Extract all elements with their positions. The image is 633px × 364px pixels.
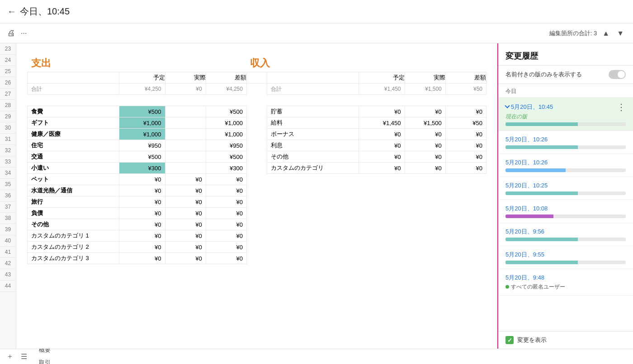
expense-diff[interactable]: ¥0	[206, 174, 246, 185]
income-planned[interactable]: ¥0	[359, 129, 405, 140]
expense-planned[interactable]: ¥0	[119, 174, 165, 185]
history-item[interactable]: 5月20日、10:45 ⋮ 現在の版	[498, 97, 633, 131]
income-actual[interactable]: ¥0	[405, 151, 445, 163]
expense-actual[interactable]: ¥0	[165, 185, 206, 196]
expense-label[interactable]: カスタムのカテゴリ 2	[28, 242, 119, 253]
expense-diff[interactable]: ¥0	[206, 208, 246, 219]
income-diff[interactable]: ¥50	[445, 117, 486, 129]
income-label[interactable]: 貯蓄	[267, 106, 359, 117]
expense-planned[interactable]: ¥1,000	[119, 117, 165, 129]
up-arrow-button[interactable]: ▲	[600, 28, 611, 38]
expense-label[interactable]: 食費	[28, 106, 119, 117]
income-planned[interactable]: ¥0	[359, 163, 405, 174]
income-planned[interactable]: ¥0	[359, 151, 405, 163]
chevron-down-icon	[505, 103, 510, 108]
expense-actual[interactable]: ¥0	[165, 219, 206, 230]
expense-actual[interactable]: ¥0	[165, 208, 206, 219]
expense-planned[interactable]: ¥0	[119, 242, 165, 253]
income-planned[interactable]: ¥0	[359, 140, 405, 151]
expense-label[interactable]: ペット	[28, 174, 119, 185]
expense-label[interactable]: 負債	[28, 208, 119, 219]
income-label[interactable]: その他	[267, 151, 359, 163]
income-diff[interactable]: ¥0	[445, 140, 486, 151]
expense-planned[interactable]: ¥1,000	[119, 129, 165, 140]
expense-actual[interactable]: ¥0	[165, 196, 206, 208]
expense-planned[interactable]: ¥0	[119, 208, 165, 219]
expense-diff[interactable]: ¥0	[206, 253, 246, 264]
income-planned[interactable]: ¥1,450	[359, 117, 405, 129]
expense-planned[interactable]: ¥950	[119, 140, 165, 151]
expense-diff[interactable]: ¥1,000	[206, 129, 246, 140]
history-item[interactable]: 5月20日、10:26	[498, 154, 633, 177]
expense-planned[interactable]: ¥0	[119, 253, 165, 264]
expense-planned[interactable]: ¥500	[119, 151, 165, 163]
expense-actual[interactable]	[165, 106, 206, 117]
income-diff[interactable]: ¥0	[445, 106, 486, 117]
income-actual[interactable]: ¥0	[405, 129, 445, 140]
expense-diff[interactable]: ¥0	[206, 242, 246, 253]
more-options-icon[interactable]: ···	[21, 29, 27, 37]
add-sheet-icon[interactable]: ＋	[4, 351, 16, 362]
income-actual[interactable]: ¥0	[405, 163, 445, 174]
back-button[interactable]: ←	[7, 6, 16, 17]
history-item[interactable]: 5月20日、10:25	[498, 177, 633, 200]
expense-label[interactable]: その他	[28, 219, 119, 230]
income-diff[interactable]: ¥0	[445, 129, 486, 140]
expense-diff[interactable]: ¥300	[206, 163, 246, 174]
expense-diff[interactable]: ¥1,000	[206, 117, 246, 129]
named-versions-toggle[interactable]	[609, 70, 626, 79]
expense-planned[interactable]: ¥0	[119, 185, 165, 196]
expense-label[interactable]: ギフト	[28, 117, 119, 129]
history-item[interactable]: 5月20日、9:56	[498, 223, 633, 246]
expense-planned[interactable]: ¥0	[119, 230, 165, 242]
expense-actual[interactable]	[165, 129, 206, 140]
income-actual[interactable]: ¥1,500	[405, 117, 445, 129]
expense-diff[interactable]: ¥0	[206, 230, 246, 242]
expense-planned[interactable]: ¥0	[119, 219, 165, 230]
income-label[interactable]: 利息	[267, 140, 359, 151]
expense-actual[interactable]: ¥0	[165, 242, 206, 253]
expense-label[interactable]: カスタムのカテゴリ 3	[28, 253, 119, 264]
expense-planned[interactable]: ¥300	[119, 163, 165, 174]
income-label[interactable]: 給料	[267, 117, 359, 129]
bottom-tab[interactable]: 取引	[32, 357, 58, 364]
expense-diff[interactable]: ¥500	[206, 151, 246, 163]
expense-actual[interactable]	[165, 151, 206, 163]
expense-actual[interactable]: ¥0	[165, 174, 206, 185]
expense-label[interactable]: 住宅	[28, 140, 119, 151]
expense-label[interactable]: カスタムのカテゴリ 1	[28, 230, 119, 242]
expense-diff[interactable]: ¥0	[206, 185, 246, 196]
expense-actual[interactable]	[165, 117, 206, 129]
expense-planned[interactable]: ¥0	[119, 196, 165, 208]
history-item[interactable]: 5月20日、9:48 すべての匿名ユーザー	[498, 269, 633, 296]
history-item[interactable]: 5月20日、9:55	[498, 246, 633, 269]
expense-diff[interactable]: ¥950	[206, 140, 246, 151]
expense-diff[interactable]: ¥0	[206, 219, 246, 230]
expense-diff[interactable]: ¥0	[206, 196, 246, 208]
expense-actual[interactable]: ¥0	[165, 253, 206, 264]
expense-planned[interactable]: ¥500	[119, 106, 165, 117]
income-planned[interactable]: ¥0	[359, 106, 405, 117]
show-changes-checkbox[interactable]: ✓	[505, 336, 514, 344]
sheet-menu-icon[interactable]: ☰	[18, 351, 30, 362]
income-label[interactable]: ボーナス	[267, 129, 359, 140]
history-item[interactable]: 5月20日、10:08	[498, 200, 633, 223]
expense-actual[interactable]: ¥0	[165, 230, 206, 242]
income-diff[interactable]: ¥0	[445, 151, 486, 163]
expense-label[interactable]: 健康／医療	[28, 129, 119, 140]
history-item[interactable]: 5月20日、10:26	[498, 131, 633, 154]
print-icon[interactable]: 🖨	[7, 28, 15, 38]
history-more-button[interactable]: ⋮	[617, 102, 626, 112]
expense-actual[interactable]	[165, 163, 206, 174]
expense-label[interactable]: 交通	[28, 151, 119, 163]
expense-label[interactable]: 旅行	[28, 196, 119, 208]
expense-diff[interactable]: ¥500	[206, 106, 246, 117]
down-arrow-button[interactable]: ▼	[615, 28, 626, 38]
income-diff[interactable]: ¥0	[445, 163, 486, 174]
income-actual[interactable]: ¥0	[405, 106, 445, 117]
income-actual[interactable]: ¥0	[405, 140, 445, 151]
expense-label[interactable]: 水道光熱／通信	[28, 185, 119, 196]
income-label[interactable]: カスタムのカテゴリ	[267, 163, 359, 174]
expense-actual[interactable]	[165, 140, 206, 151]
expense-label[interactable]: 小遣い	[28, 163, 119, 174]
